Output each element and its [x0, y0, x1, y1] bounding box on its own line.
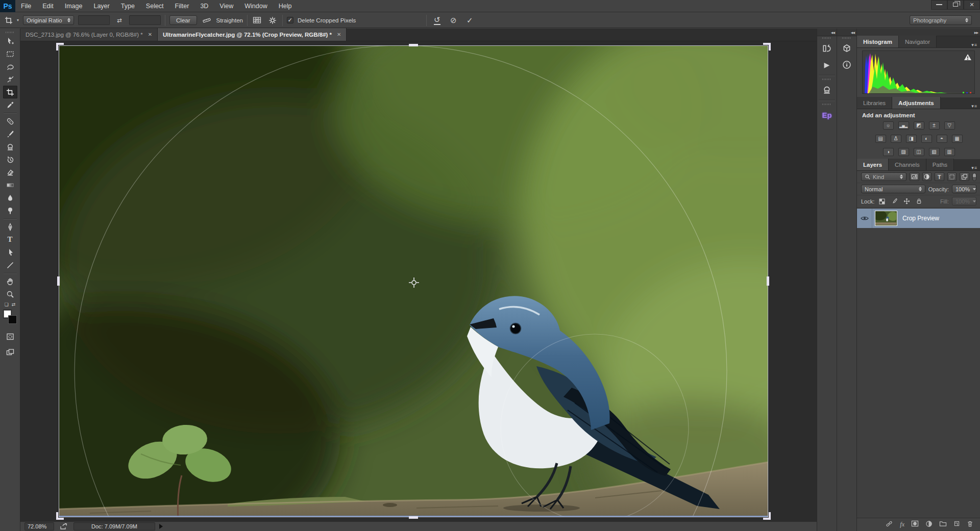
swap-colors-icon[interactable]: ⇄	[12, 302, 16, 307]
adjustment-photo-filter-icon[interactable]: ◐	[921, 135, 932, 143]
share-export-icon[interactable]	[58, 521, 69, 531]
menu-window[interactable]: Window	[239, 0, 273, 12]
eraser-tool[interactable]	[3, 166, 17, 179]
zoom-level-field[interactable]: 72.08%	[24, 522, 54, 530]
layer-filter-kind-select[interactable]: Kind	[861, 172, 906, 181]
filter-pixel-layers-icon[interactable]	[910, 172, 919, 181]
lock-transparency-icon[interactable]	[877, 197, 887, 206]
crop-handle-bottom-right[interactable]	[763, 512, 771, 520]
layer-filter-toggle[interactable]	[972, 173, 976, 181]
document-tab-ultramarineflycatcher[interactable]: UltramarineFlycatcher.jpg @ 72.1% (Crop …	[158, 28, 347, 41]
clone-source-panel-icon[interactable]	[819, 83, 835, 97]
crop-pivot-crosshair[interactable]	[408, 276, 420, 289]
document-size-field[interactable]: Doc: 7.09M/7.09M	[74, 522, 155, 530]
quick-selection-tool[interactable]	[3, 73, 17, 86]
adjustment-hue-saturation-icon[interactable]: ▤	[875, 135, 886, 143]
extension-panel-icon[interactable]: Ep	[819, 108, 835, 122]
lock-all-icon[interactable]	[914, 197, 923, 206]
rectangular-marquee-tool[interactable]	[3, 47, 17, 60]
zoom-tool[interactable]	[3, 288, 17, 300]
quick-mask-mode-button[interactable]	[3, 330, 17, 343]
filter-adjustment-layers-icon[interactable]	[922, 172, 932, 181]
minimize-button[interactable]	[931, 0, 947, 10]
menu-view[interactable]: View	[214, 0, 239, 12]
gradient-tool[interactable]	[3, 179, 17, 191]
swap-width-height-icon[interactable]: ⇄	[114, 15, 125, 26]
lock-pixels-icon[interactable]	[890, 197, 899, 206]
path-selection-tool[interactable]	[3, 246, 17, 259]
layer-thumbnail[interactable]	[875, 211, 897, 226]
adjustment-brightness-contrast-icon[interactable]: ☼	[883, 121, 894, 130]
screen-mode-button[interactable]	[3, 346, 17, 359]
line-tool[interactable]	[3, 259, 17, 271]
menu-type[interactable]: Type	[115, 0, 140, 12]
3d-panel-icon[interactable]	[839, 41, 854, 56]
menu-file[interactable]: File	[15, 0, 37, 12]
move-tool[interactable]	[3, 35, 17, 47]
actions-panel-icon[interactable]: ▶	[819, 58, 835, 72]
crop-handle-bottom-left[interactable]	[56, 512, 64, 520]
panel-menu-icon[interactable]: ▾≡	[971, 42, 980, 47]
blend-mode-select[interactable]: Normal	[861, 185, 925, 193]
collapse-panels-button[interactable]: ◀◀	[837, 29, 856, 36]
filter-smart-objects-icon[interactable]	[960, 172, 969, 181]
adjustment-gradient-map-icon[interactable]: ▥	[944, 148, 955, 156]
default-colors-icon[interactable]: ❏	[5, 302, 9, 307]
layer-name[interactable]: Crop Preview	[902, 215, 939, 222]
layer-style-icon[interactable]: fx	[900, 521, 904, 528]
adjustment-channel-mixer-icon[interactable]: ◓	[937, 135, 947, 143]
expand-panels-button[interactable]: ▶▶	[857, 29, 980, 36]
lock-position-icon[interactable]	[902, 197, 911, 206]
histogram-cached-warning-icon[interactable]	[964, 54, 972, 62]
delete-cropped-pixels-checkbox[interactable]: ✓	[287, 17, 293, 23]
document-tab-dsc2713[interactable]: DSC_2713.jpg @ 76.6% (Layer 0, RGB/8#) *…	[20, 28, 158, 41]
layer-row-crop-preview[interactable]: Crop Preview	[857, 209, 980, 228]
menu-layer[interactable]: Layer	[88, 0, 115, 12]
crop-overlay-options-icon[interactable]	[252, 15, 263, 26]
tab-navigator[interactable]: Navigator	[899, 36, 937, 47]
crop-width-input[interactable]	[78, 15, 110, 25]
crop-handle-top-right[interactable]	[763, 43, 771, 50]
crop-handle-left[interactable]	[57, 276, 60, 286]
new-group-icon[interactable]	[939, 520, 947, 528]
tab-paths[interactable]: Paths	[926, 159, 954, 170]
crop-settings-gear-icon[interactable]	[267, 15, 278, 26]
crop-handle-top[interactable]	[409, 44, 418, 46]
info-panel-icon[interactable]	[839, 58, 854, 72]
adjustment-threshold-icon[interactable]: ◫	[914, 148, 924, 156]
panel-menu-icon[interactable]: ▾≡	[971, 165, 980, 170]
aspect-ratio-select[interactable]: Original Ratio	[23, 15, 74, 25]
close-tab-icon[interactable]: ✕	[148, 32, 152, 37]
canvas-area[interactable]	[20, 41, 817, 521]
adjustment-color-lookup-icon[interactable]: ▦	[952, 135, 963, 143]
adjustment-posterize-icon[interactable]: ▨	[898, 148, 909, 156]
horizontal-type-tool[interactable]: T	[3, 233, 17, 246]
adjustment-vibrance-icon[interactable]: ▽	[944, 121, 955, 130]
adjustment-black-white-icon[interactable]: ◨	[906, 135, 917, 143]
opacity-value-select[interactable]: 100%	[952, 185, 976, 193]
blur-tool[interactable]	[3, 191, 17, 204]
default-and-swap-colors[interactable]: ❏⇄	[5, 301, 16, 308]
collapse-panels-button[interactable]: ◀◀	[817, 29, 837, 36]
adjustment-invert-icon[interactable]: ◑	[883, 148, 894, 156]
reset-crop-icon[interactable]: ↺	[431, 15, 443, 25]
menu-select[interactable]: Select	[140, 0, 169, 12]
menu-help[interactable]: Help	[273, 0, 298, 12]
menu-edit[interactable]: Edit	[37, 0, 59, 12]
pen-tool[interactable]	[3, 220, 17, 233]
close-tab-icon[interactable]: ✕	[337, 32, 341, 37]
restore-button[interactable]	[947, 0, 964, 10]
tab-histogram[interactable]: Histogram	[857, 36, 899, 47]
cancel-crop-icon[interactable]: ⊘	[447, 16, 459, 25]
status-options-arrow-icon[interactable]	[159, 524, 163, 529]
add-layer-mask-icon[interactable]	[911, 520, 919, 528]
panel-menu-icon[interactable]: ▾≡	[971, 104, 980, 109]
adjustment-color-balance-icon[interactable]: Δ	[891, 135, 901, 143]
background-color-swatch[interactable]	[8, 315, 17, 324]
filter-type-layers-icon[interactable]: T	[935, 172, 944, 181]
tab-layers[interactable]: Layers	[857, 159, 889, 170]
crop-handle-top-left[interactable]	[56, 43, 64, 50]
crop-tool-preset-icon[interactable]	[3, 15, 14, 26]
menu-filter[interactable]: Filter	[169, 0, 195, 12]
delete-cropped-pixels-label[interactable]: Delete Cropped Pixels	[298, 17, 356, 23]
